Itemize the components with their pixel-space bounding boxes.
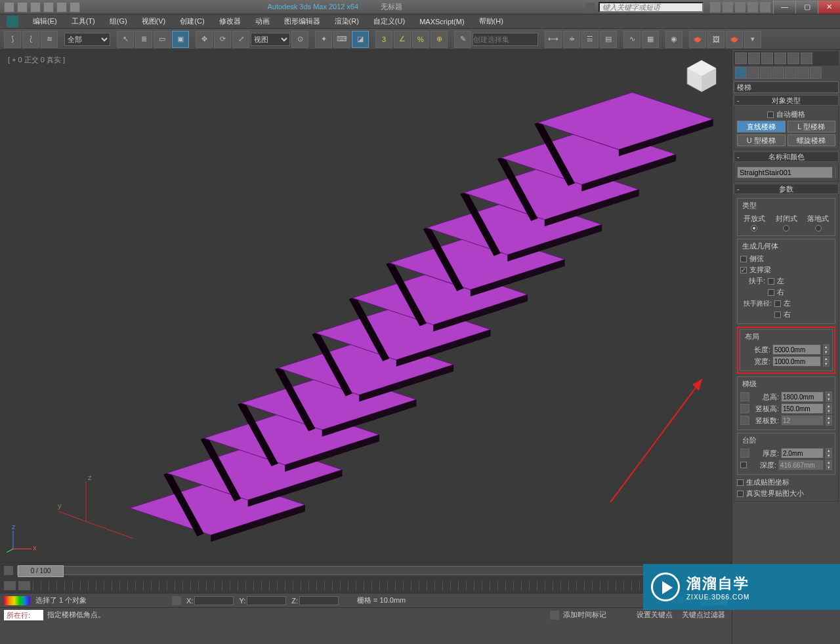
menu-customize[interactable]: 自定义(U) [367, 15, 411, 28]
window-crossing-icon[interactable]: ▣ [172, 31, 189, 48]
utilities-tab[interactable] [797, 67, 809, 79]
menu-graph[interactable]: 图形编辑器 [278, 15, 327, 28]
select-object-icon[interactable]: ↖ [117, 31, 134, 48]
rotate-icon[interactable]: ⟳ [214, 31, 231, 48]
tool-options-icon[interactable] [761, 52, 773, 64]
window-maximize[interactable]: ▢ [795, 1, 818, 14]
render-frame-icon[interactable]: 🖼 [707, 31, 724, 48]
menu-animation[interactable]: 动画 [249, 15, 276, 28]
keyfilter-button[interactable]: 关键点过滤器 [679, 610, 728, 620]
menu-maxscript[interactable]: MAXScript(M) [413, 16, 471, 27]
redo-icon[interactable] [56, 2, 67, 12]
color-gradient-icon[interactable] [4, 596, 30, 605]
app-menu-icon[interactable] [7, 16, 18, 28]
add-time-tag[interactable]: 添加时间标记 [563, 610, 606, 620]
object-name-input[interactable] [737, 167, 833, 178]
hammer-icon[interactable] [801, 52, 812, 64]
chk-path-right[interactable] [774, 312, 781, 318]
trackview-filter-icon[interactable] [18, 581, 30, 590]
spinner-snap-icon[interactable]: ⊕ [430, 31, 448, 48]
render-prod-icon[interactable]: 🫖 [726, 31, 743, 48]
snap-toggle-icon[interactable]: ◪ [352, 31, 369, 48]
menu-tools[interactable]: 工具(T) [65, 15, 102, 28]
rollout-name-color[interactable]: -名称和颜色 [734, 151, 839, 162]
chk-path-left[interactable] [774, 300, 781, 307]
scene-explorer-icon[interactable] [735, 52, 747, 64]
pivot-center-icon[interactable]: ⊙ [291, 31, 308, 48]
modify-tab[interactable] [747, 67, 759, 79]
setkey-button[interactable]: 设置关键点 [634, 610, 675, 620]
menu-help[interactable]: 帮助(H) [472, 15, 510, 28]
lock-selection-icon[interactable] [172, 596, 181, 605]
curve-editor-icon[interactable]: ∿ [623, 31, 640, 48]
percent-snap-icon[interactable]: % [412, 31, 429, 48]
chk-stringers[interactable] [740, 256, 747, 262]
depth-input[interactable] [778, 460, 824, 470]
overall-lock-icon[interactable] [740, 392, 749, 401]
trackview-key-icon[interactable] [4, 581, 16, 590]
riserct-spinner[interactable]: ▴▾ [826, 415, 832, 426]
coord-y[interactable] [247, 596, 286, 605]
thickness-input[interactable] [781, 448, 824, 458]
radio-closed[interactable] [783, 225, 789, 231]
help-dropdown-icon[interactable] [760, 2, 770, 12]
viewport-config-icon[interactable] [788, 52, 799, 64]
viewport[interactable]: [ + 0 正交 0 真实 ] [0, 50, 732, 562]
coord-x[interactable] [194, 596, 234, 605]
dropdown-icon[interactable] [70, 2, 80, 12]
layer-icon[interactable] [748, 52, 760, 64]
unlink-icon[interactable]: ⟅ [22, 31, 39, 48]
riserht-spinner[interactable]: ▴▾ [826, 403, 832, 414]
rollout-object-type[interactable]: -对象类型 [734, 95, 839, 106]
align-icon[interactable]: ≑ [563, 31, 580, 48]
schematic-icon[interactable]: ▦ [642, 31, 659, 48]
systems-tab[interactable] [810, 67, 822, 79]
keyboard-shortcut-icon[interactable]: ⌨ [333, 31, 350, 48]
menu-modifiers[interactable]: 修改器 [213, 15, 247, 28]
riserht-lock-icon[interactable] [740, 404, 749, 413]
btn-u-stair[interactable]: U 型楼梯 [737, 134, 786, 146]
create-category-combo[interactable]: 楼梯 [734, 81, 839, 93]
render-setup-icon[interactable]: 🫖 [689, 31, 706, 48]
tag-icon[interactable] [550, 611, 559, 620]
chk-carriage[interactable] [740, 267, 747, 273]
bind-spacewarp-icon[interactable]: ≋ [41, 31, 58, 48]
create-tab[interactable] [735, 67, 747, 79]
overall-input[interactable] [781, 392, 824, 402]
riserct-lock-icon[interactable] [740, 416, 749, 425]
time-prev-icon[interactable] [4, 566, 13, 575]
btn-straight-stair[interactable]: 直线楼梯 [737, 121, 786, 132]
exchange-icon[interactable] [723, 2, 733, 12]
search-flyout-icon[interactable] [585, 3, 595, 12]
window-close[interactable]: ✕ [818, 1, 840, 14]
favorites-icon[interactable] [735, 2, 746, 12]
length-spinner[interactable]: ▴▾ [823, 344, 830, 355]
menu-group[interactable]: 组(G) [103, 15, 134, 28]
save-icon[interactable] [30, 2, 41, 12]
subscription-icon[interactable] [710, 2, 721, 12]
time-slider-track[interactable]: 0 / 100 [17, 566, 715, 575]
layer-manager-icon[interactable]: ▤ [600, 31, 617, 48]
width-spinner[interactable]: ▴▾ [823, 356, 830, 367]
link-icon[interactable]: ⟆ [4, 31, 21, 48]
render-preset-icon[interactable] [774, 52, 786, 64]
help-search-input[interactable] [598, 2, 704, 12]
undo-icon[interactable] [43, 2, 54, 12]
track-bar[interactable] [33, 581, 728, 590]
render-dropdown-icon[interactable]: ▾ [744, 31, 761, 48]
menu-views[interactable]: 视图(V) [135, 15, 173, 28]
chk-rail-left[interactable] [768, 278, 774, 285]
width-input[interactable] [772, 356, 821, 367]
menu-rendering[interactable]: 渲染(R) [328, 15, 366, 28]
help-icon[interactable] [747, 2, 758, 12]
new-icon[interactable] [4, 2, 14, 12]
move-icon[interactable]: ✥ [196, 31, 213, 48]
riserct-input[interactable] [781, 415, 824, 426]
viewcube[interactable] [682, 56, 721, 96]
hierarchy-tab[interactable] [760, 67, 772, 79]
chk-rail-right[interactable] [768, 289, 774, 296]
named-selection-input[interactable] [472, 33, 538, 46]
named-sel-edit-icon[interactable]: ✎ [454, 31, 471, 48]
btn-spiral-stair[interactable]: 螺旋楼梯 [788, 134, 836, 146]
rect-region-icon[interactable]: ▭ [154, 31, 171, 48]
